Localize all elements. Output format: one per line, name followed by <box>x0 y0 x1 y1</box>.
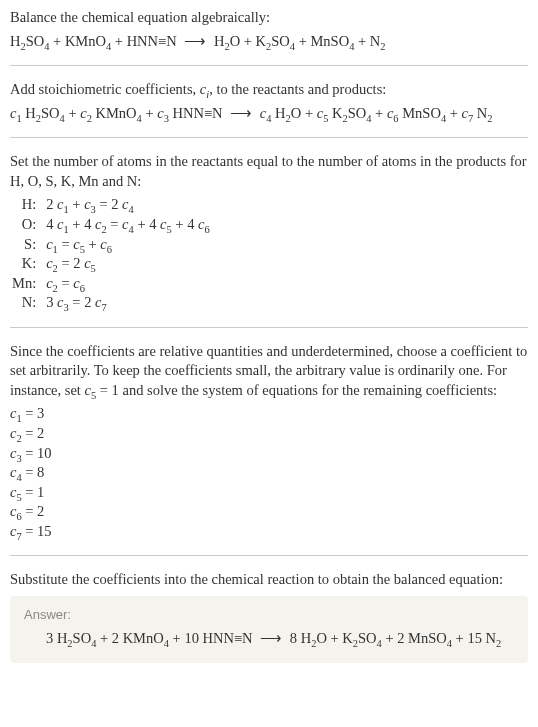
balanced-equation: 3 H2SO4 + 2 KMnO4 + 10 HNN≡N ⟶ 8 H2O + K… <box>24 629 514 649</box>
coefficient: c6 = 2 <box>10 502 528 522</box>
intro-line: Balance the chemical equation algebraica… <box>10 8 528 28</box>
atom-eq-row: S: c1 = c5 + c6 <box>12 235 210 255</box>
atom-eq: c1 = c5 + c6 <box>46 235 210 255</box>
atom-eq: c2 = 2 c5 <box>46 254 210 274</box>
atom-eq-label: K: <box>12 254 46 274</box>
coefficient: c1 = 3 <box>10 404 528 424</box>
atom-eq-row: N: 3 c3 = 2 c7 <box>12 293 210 313</box>
atom-eq-label: N: <box>12 293 46 313</box>
atom-eq-label: O: <box>12 215 46 235</box>
atom-eq: 4 c1 + 4 c2 = c4 + 4 c5 + 4 c6 <box>46 215 210 235</box>
equation-with-coeffs: c1 H2SO4 + c2 KMnO4 + c3 HNN≡N ⟶ c4 H2O … <box>10 104 528 124</box>
atom-eq-label: S: <box>12 235 46 255</box>
atoms-line: Set the number of atoms in the reactants… <box>10 152 528 191</box>
stoich-line: Add stoichiometric coefficients, ci, to … <box>10 80 528 100</box>
atom-eq-row: O: 4 c1 + 4 c2 = c4 + 4 c5 + 4 c6 <box>12 215 210 235</box>
answer-label: Answer: <box>24 606 514 624</box>
divider <box>10 327 528 328</box>
atom-eq-label: Mn: <box>12 274 46 294</box>
divider <box>10 65 528 66</box>
atom-eq: c2 = c6 <box>46 274 210 294</box>
coefficient: c2 = 2 <box>10 424 528 444</box>
coefficient: c3 = 10 <box>10 444 528 464</box>
divider <box>10 555 528 556</box>
atom-eq-row: K: c2 = 2 c5 <box>12 254 210 274</box>
answer-box: Answer: 3 H2SO4 + 2 KMnO4 + 10 HNN≡N ⟶ 8… <box>10 596 528 663</box>
coefficient-list: c1 = 3 c2 = 2 c3 = 10 c4 = 8 c5 = 1 c6 =… <box>10 404 528 541</box>
atom-equations-table: H: 2 c1 + c3 = 2 c4 O: 4 c1 + 4 c2 = c4 … <box>12 195 210 312</box>
atom-eq-label: H: <box>12 195 46 215</box>
coefficient: c5 = 1 <box>10 483 528 503</box>
divider <box>10 137 528 138</box>
coefficient: c4 = 8 <box>10 463 528 483</box>
atom-eq: 3 c3 = 2 c7 <box>46 293 210 313</box>
atom-eq-row: Mn: c2 = c6 <box>12 274 210 294</box>
substitute-line: Substitute the coefficients into the che… <box>10 570 528 590</box>
unbalanced-equation: H2SO4 + KMnO4 + HNN≡N ⟶ H2O + K2SO4 + Mn… <box>10 32 528 52</box>
atom-eq: 2 c1 + c3 = 2 c4 <box>46 195 210 215</box>
since-line: Since the coefficients are relative quan… <box>10 342 528 401</box>
atom-eq-row: H: 2 c1 + c3 = 2 c4 <box>12 195 210 215</box>
coefficient: c7 = 15 <box>10 522 528 542</box>
